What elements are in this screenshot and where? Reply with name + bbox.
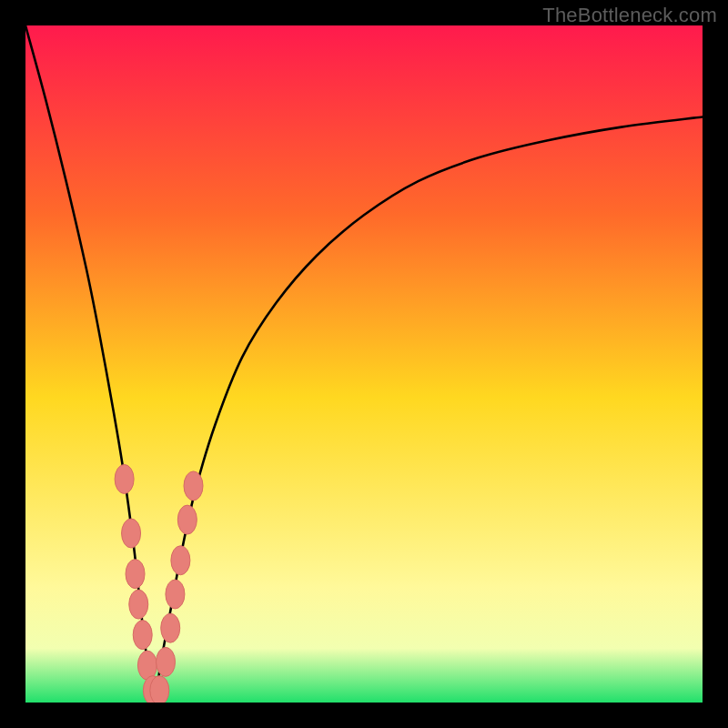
- marker: [177, 505, 197, 534]
- chart-frame: TheBottleneck.com: [0, 0, 728, 728]
- marker: [115, 464, 134, 493]
- marker: [122, 519, 141, 548]
- curve-layer: [25, 25, 703, 703]
- plot-area: [25, 25, 703, 703]
- marker: [171, 546, 190, 575]
- marker: [129, 590, 148, 619]
- marker: [161, 613, 180, 642]
- marker: [184, 471, 203, 500]
- watermark-text: TheBottleneck.com: [542, 4, 717, 27]
- marker: [157, 647, 176, 676]
- marker: [166, 580, 185, 609]
- marker: [126, 560, 145, 589]
- bottleneck-curve: [25, 25, 703, 703]
- marker: [150, 676, 169, 703]
- marker: [133, 621, 152, 650]
